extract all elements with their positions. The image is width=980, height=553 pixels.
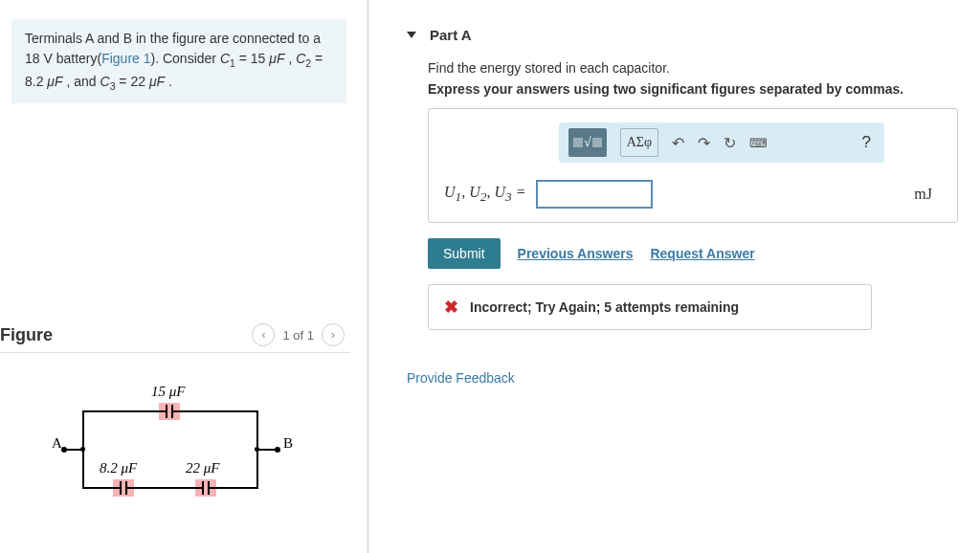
redo-button[interactable]: ↷ bbox=[698, 131, 710, 154]
voltage-value: 18 bbox=[25, 51, 40, 66]
answer-box: √ ΑΣφ ↶ ↷ ↻ ⌨ ? U1, U2, U3 = mJ bbox=[428, 108, 958, 223]
c3-label: 22 μF bbox=[186, 460, 219, 476]
help-button[interactable]: ? bbox=[862, 131, 875, 154]
period: . bbox=[165, 74, 172, 89]
terminal-b-dot bbox=[275, 447, 280, 453]
sep1: , bbox=[285, 51, 297, 66]
feedback-text: Incorrect; Try Again; 5 attempts remaini… bbox=[470, 299, 739, 315]
problem-text-2: battery( bbox=[53, 51, 101, 66]
c1-unit: μF bbox=[269, 51, 284, 66]
greek-button[interactable]: ΑΣφ bbox=[620, 128, 658, 157]
c1-label: 15 μF bbox=[151, 384, 185, 400]
terminal-a-label: A bbox=[52, 435, 62, 452]
c3-unit: μF bbox=[149, 74, 165, 89]
right-panel: Part A Find the energy stored in each ca… bbox=[368, 0, 980, 553]
submit-button[interactable]: Submit bbox=[428, 238, 501, 269]
problem-text-3: ). Consider bbox=[151, 51, 220, 66]
figure-header: Figure ‹ 1 of 1 › bbox=[0, 323, 350, 353]
part-header[interactable]: Part A bbox=[407, 23, 961, 56]
figure-link[interactable]: Figure 1 bbox=[101, 51, 150, 66]
capacitor-c1 bbox=[159, 403, 180, 420]
c3-sym: C bbox=[100, 74, 110, 89]
incorrect-icon: ✖ bbox=[444, 297, 458, 318]
provide-feedback-link[interactable]: Provide Feedback bbox=[407, 370, 961, 386]
node-left bbox=[80, 447, 85, 452]
sep2: , and bbox=[63, 74, 100, 89]
part-instruction: Find the energy stored in each capacitor… bbox=[428, 60, 961, 76]
c1-val: = 15 bbox=[235, 51, 269, 66]
undo-button[interactable]: ↶ bbox=[672, 131, 684, 154]
answer-vars-label: U1, U2, U3 = bbox=[444, 184, 526, 205]
capacitor-c2 bbox=[113, 479, 134, 497]
math-toolbar: √ ΑΣφ ↶ ↷ ↻ ⌨ ? bbox=[559, 122, 884, 163]
submit-row: Submit Previous Answers Request Answer bbox=[428, 238, 961, 269]
c2-label: 8.2 μF bbox=[100, 460, 137, 476]
c2-unit: μF bbox=[47, 74, 62, 89]
problem-text-1: Terminals A and B in the figure are conn… bbox=[25, 31, 321, 46]
caret-down-icon bbox=[407, 32, 416, 38]
keyboard-button[interactable]: ⌨ bbox=[749, 131, 768, 154]
figure-next-button[interactable]: › bbox=[322, 323, 345, 346]
c1-sym: C bbox=[220, 51, 230, 66]
figure-title: Figure bbox=[0, 325, 53, 345]
figure-prev-button[interactable]: ‹ bbox=[252, 323, 275, 346]
reset-button[interactable]: ↻ bbox=[724, 131, 736, 154]
circuit-diagram: 15 μF 8.2 μF 22 μF A B bbox=[44, 380, 293, 504]
figure-nav-text: 1 of 1 bbox=[282, 328, 314, 343]
figure-nav: ‹ 1 of 1 › bbox=[252, 323, 345, 346]
problem-statement: Terminals A and B in the figure are conn… bbox=[11, 19, 346, 103]
request-answer-link[interactable]: Request Answer bbox=[650, 246, 754, 261]
answer-unit: mJ bbox=[914, 186, 942, 203]
c3-val: = 22 bbox=[115, 74, 148, 89]
part-title: Part A bbox=[430, 27, 472, 43]
c2-sym: C bbox=[296, 51, 305, 66]
node-right bbox=[255, 447, 259, 452]
terminal-b-label: B bbox=[283, 435, 293, 452]
previous-answers-link[interactable]: Previous Answers bbox=[518, 246, 634, 261]
part-format: Express your answers using two significa… bbox=[428, 81, 961, 97]
feedback-box: ✖ Incorrect; Try Again; 5 attempts remai… bbox=[428, 284, 872, 330]
answer-row: U1, U2, U3 = mJ bbox=[444, 180, 942, 209]
templates-button[interactable]: √ bbox=[568, 128, 607, 157]
answer-input[interactable] bbox=[536, 180, 653, 209]
left-panel: Terminals A and B in the figure are conn… bbox=[0, 0, 368, 553]
capacitor-c3 bbox=[195, 479, 216, 497]
